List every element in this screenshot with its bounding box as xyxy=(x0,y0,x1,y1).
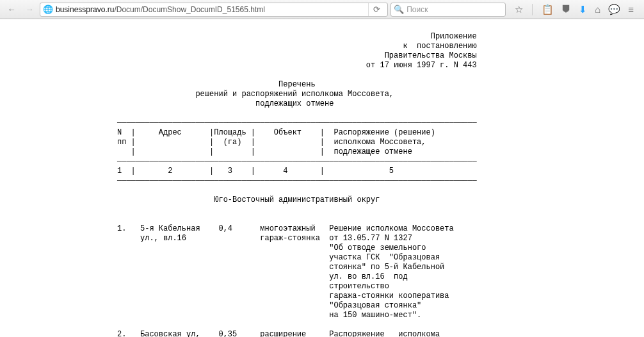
document-body: Приложение к постановлению Правительства… xyxy=(117,19,527,337)
browser-toolbar: ← → 🌐 businesspravo.ru/Docum/DocumShow_D… xyxy=(0,0,644,19)
search-placeholder: Поиск xyxy=(407,5,428,14)
home-icon[interactable]: ⌂ xyxy=(595,4,600,15)
document-viewport[interactable]: Приложение к постановлению Правительства… xyxy=(0,19,644,337)
clipboard-icon[interactable]: 📋 xyxy=(542,4,554,15)
comment-icon[interactable]: 💬 xyxy=(608,4,620,15)
back-icon: ← xyxy=(8,4,16,14)
url-bar[interactable]: 🌐 businesspravo.ru/Docum/DocumShow_Docum… xyxy=(40,3,388,17)
reload-button[interactable]: ⟳ xyxy=(368,3,385,16)
document-text: Приложение к постановлению Правительства… xyxy=(117,32,527,337)
toolbar-icons: ☆ 📋 ⛊ ⬇ ⌂ 💬 ≡ xyxy=(508,4,640,15)
back-button[interactable]: ← xyxy=(4,2,19,17)
search-bar[interactable]: 🔍 Поиск xyxy=(390,3,506,17)
download-icon[interactable]: ⬇ xyxy=(579,4,587,15)
search-icon: 🔍 xyxy=(394,4,404,14)
site-identity-icon: 🌐 xyxy=(43,4,53,14)
url-text: businesspravo.ru/Docum/DocumShow_DocumID… xyxy=(56,5,366,14)
reload-icon: ⟳ xyxy=(373,4,380,14)
menu-icon[interactable]: ≡ xyxy=(628,4,634,15)
toolbar-divider xyxy=(532,4,533,15)
forward-icon: → xyxy=(26,4,34,14)
forward-button[interactable]: → xyxy=(22,2,37,17)
pocket-icon[interactable]: ⛊ xyxy=(561,4,571,15)
bookmark-star-icon[interactable]: ☆ xyxy=(515,4,523,15)
